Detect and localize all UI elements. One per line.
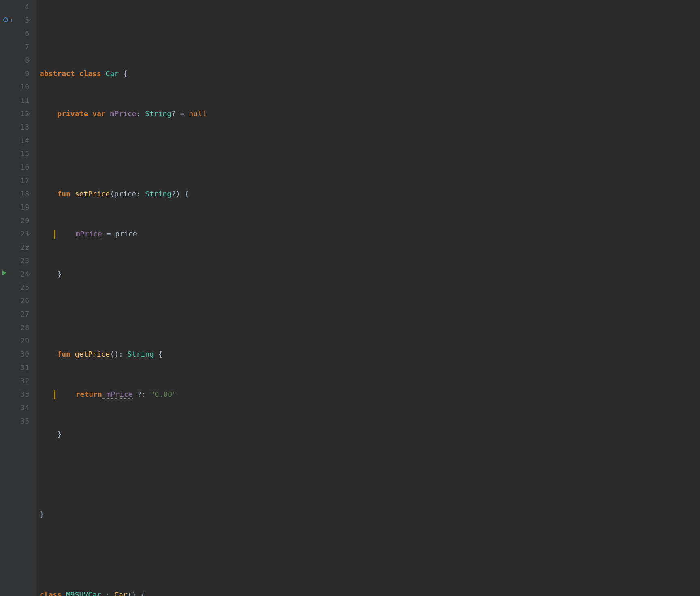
code-line[interactable] <box>36 307 700 321</box>
editor-area: 4 ↓5 6 7 8 9 10 11 12 13 14 15 16 17 18 … <box>0 0 700 596</box>
line-number: 4 <box>0 0 29 13</box>
code-line[interactable] <box>36 548 700 561</box>
code-line[interactable]: } <box>36 508 700 521</box>
line-number: 21 <box>0 227 29 241</box>
code-line[interactable] <box>36 147 700 160</box>
line-number: 24 <box>0 267 29 281</box>
line-number: 26 <box>0 294 29 307</box>
line-number: ↓5 <box>0 13 29 27</box>
code-line[interactable]: abstract class Car { <box>36 67 700 80</box>
line-gutter: 4 ↓5 6 7 8 9 10 11 12 13 14 15 16 17 18 … <box>0 0 36 596</box>
code-editor[interactable]: abstract class Car { private var mPrice:… <box>36 0 700 596</box>
fold-end-icon[interactable] <box>26 393 29 394</box>
code-line[interactable]: } <box>36 267 700 281</box>
warning-stripe-icon <box>54 390 55 399</box>
line-number: 12 <box>0 107 29 120</box>
line-number: 22 <box>0 241 29 254</box>
code-line[interactable]: mPrice = price <box>36 227 700 241</box>
code-line[interactable]: class M9SUVCar : Car() { <box>36 588 700 596</box>
fold-end-icon[interactable] <box>26 246 29 247</box>
line-number: 25 <box>0 281 29 294</box>
line-number: 9 <box>0 67 29 80</box>
fold-end-icon[interactable] <box>26 206 29 206</box>
implements-icon[interactable] <box>3 17 8 22</box>
line-number: 10 <box>0 80 29 94</box>
fold-end-icon[interactable] <box>26 139 29 140</box>
warning-stripe-icon <box>54 230 55 239</box>
code-line[interactable]: } <box>36 428 700 441</box>
line-number: 11 <box>0 94 29 107</box>
code-line[interactable]: return mPrice ?: "0.00" <box>36 387 700 401</box>
line-number: 7 <box>0 40 29 53</box>
line-number: 28 <box>0 321 29 334</box>
line-number: 23 <box>0 254 29 267</box>
line-number: 16 <box>0 160 29 174</box>
line-number: 20 <box>0 214 29 227</box>
line-number: 35 <box>0 414 29 428</box>
fold-end-icon[interactable] <box>26 86 29 86</box>
line-number: 17 <box>0 174 29 187</box>
run-gutter-icon[interactable] <box>2 270 6 275</box>
line-number: 32 <box>0 374 29 387</box>
code-line[interactable]: fun setPrice(price: String?) { <box>36 187 700 200</box>
code-line[interactable] <box>36 468 700 481</box>
line-number: 14 <box>0 134 29 147</box>
line-number: 34 <box>0 401 29 414</box>
code-line[interactable]: private var mPrice: String? = null <box>36 107 700 120</box>
fold-end-icon[interactable] <box>26 166 29 166</box>
code-line[interactable]: fun getPrice(): String { <box>36 347 700 361</box>
line-number: 19 <box>0 200 29 214</box>
line-number: 27 <box>0 307 29 321</box>
line-number: 13 <box>0 120 29 134</box>
line-number: 18 <box>0 187 29 200</box>
line-number: 15 <box>0 147 29 160</box>
line-number: 30 <box>0 347 29 361</box>
line-number: 33 <box>0 387 29 401</box>
line-number: 6 <box>0 27 29 40</box>
line-number: 29 <box>0 334 29 347</box>
line-number: 31 <box>0 361 29 374</box>
code-line[interactable] <box>36 27 700 40</box>
line-number: 8 <box>0 53 29 67</box>
